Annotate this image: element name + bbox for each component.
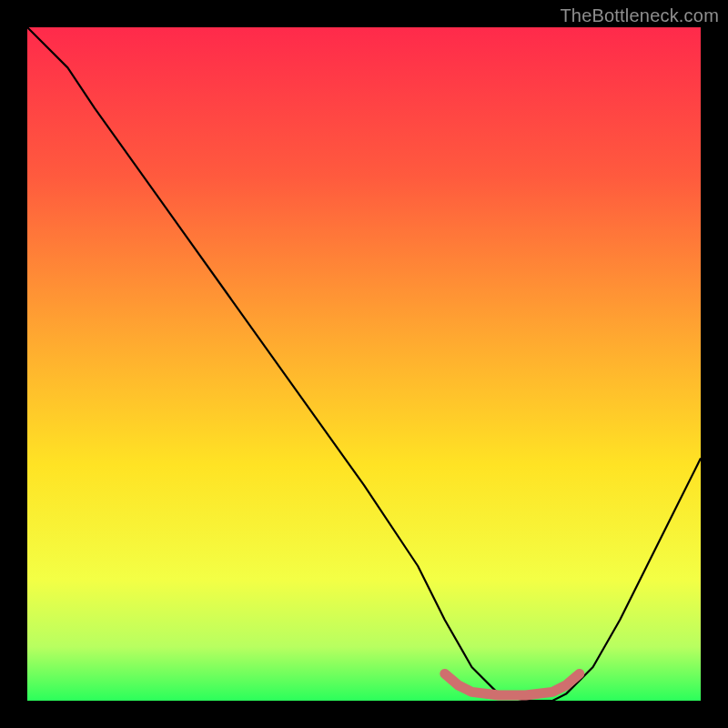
watermark-text: TheBottleneck.com (560, 5, 719, 26)
gradient-background (27, 27, 701, 701)
chart-plot-area (27, 27, 701, 701)
chart-stage: TheBottleneck.com (0, 0, 728, 728)
chart-svg (27, 27, 701, 701)
